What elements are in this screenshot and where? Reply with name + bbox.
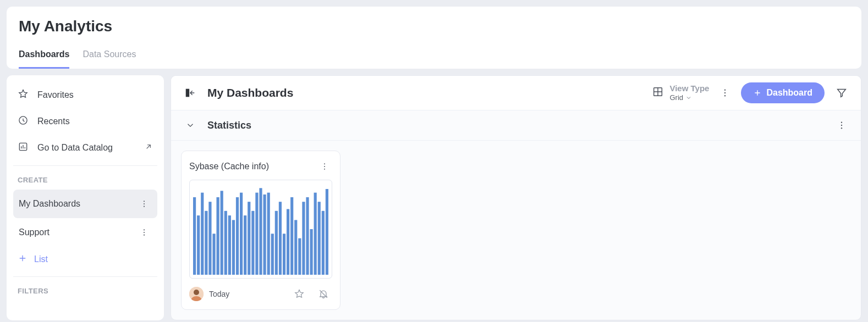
sidebar-item-my-dashboards[interactable]: My Dashboards xyxy=(13,190,157,218)
sidebar-item-support[interactable]: Support xyxy=(13,218,157,247)
more-vertical-icon xyxy=(320,162,329,171)
svg-rect-40 xyxy=(275,211,278,275)
page-title: My Analytics xyxy=(19,18,849,35)
svg-rect-33 xyxy=(248,202,250,275)
header-menu-button[interactable] xyxy=(717,85,733,101)
view-type-labels: View Type Grid xyxy=(669,84,709,102)
svg-rect-39 xyxy=(271,234,274,275)
top-header-card: My Analytics Dashboards Data Sources xyxy=(7,7,861,69)
svg-rect-41 xyxy=(279,202,282,275)
add-dashboard-button[interactable]: Dashboard xyxy=(741,82,825,103)
svg-rect-53 xyxy=(326,189,328,275)
sidebar-link-label: Recents xyxy=(37,116,70,126)
svg-rect-36 xyxy=(259,188,262,275)
svg-rect-19 xyxy=(193,197,196,275)
section-title: Statistics xyxy=(207,120,251,131)
svg-point-4 xyxy=(144,206,145,207)
svg-point-2 xyxy=(144,201,145,202)
svg-rect-32 xyxy=(244,215,246,275)
sidebar-separator xyxy=(13,276,157,277)
svg-point-7 xyxy=(144,235,145,236)
card-chart xyxy=(189,180,332,279)
svg-rect-29 xyxy=(232,220,235,275)
section-toggle[interactable] xyxy=(182,117,199,134)
tab-data-sources[interactable]: Data Sources xyxy=(83,49,136,69)
svg-rect-28 xyxy=(228,215,231,275)
svg-rect-27 xyxy=(224,211,227,275)
svg-point-5 xyxy=(144,229,145,230)
main-panel: My Dashboards View Type Grid xyxy=(171,75,861,320)
sidebar-item-label: Support xyxy=(19,227,50,237)
svg-rect-31 xyxy=(240,193,243,275)
star-icon xyxy=(294,288,305,299)
svg-rect-24 xyxy=(212,234,215,275)
svg-point-11 xyxy=(724,92,726,93)
svg-rect-46 xyxy=(298,238,301,275)
svg-rect-44 xyxy=(290,197,293,275)
svg-point-6 xyxy=(144,232,145,233)
clock-icon xyxy=(18,115,29,128)
avatar xyxy=(189,287,204,301)
svg-point-3 xyxy=(144,203,145,204)
sidebar: Favorites Recents Go to Data Catalog CRE… xyxy=(7,75,164,320)
sidebar-separator xyxy=(13,165,157,166)
card-notifications-button[interactable] xyxy=(315,285,332,303)
svg-rect-35 xyxy=(255,193,258,275)
chevron-down-icon xyxy=(685,95,692,101)
plus-icon xyxy=(18,253,28,265)
svg-point-12 xyxy=(724,95,726,96)
dashboard-card[interactable]: Sybase (Cache info) Today xyxy=(181,151,340,310)
svg-rect-20 xyxy=(197,215,200,275)
sidebar-link-data-catalog[interactable]: Go to Data Catalog xyxy=(13,135,157,161)
svg-rect-48 xyxy=(306,197,309,275)
svg-point-13 xyxy=(841,122,842,123)
sidebar-heading-filters: FILTERS xyxy=(13,284,157,301)
sidebar-link-favorites[interactable]: Favorites xyxy=(13,82,157,108)
svg-point-18 xyxy=(324,169,325,170)
svg-rect-52 xyxy=(322,211,325,275)
svg-rect-8 xyxy=(186,89,189,97)
sidebar-item-label: My Dashboards xyxy=(19,199,80,209)
sidebar-link-label: Favorites xyxy=(37,90,74,100)
view-type-selector[interactable]: View Type Grid xyxy=(652,84,709,102)
sidebar-link-recents[interactable]: Recents xyxy=(13,108,157,135)
svg-point-16 xyxy=(324,163,325,164)
sidebar-link-label: Go to Data Catalog xyxy=(37,143,113,153)
more-vertical-icon xyxy=(837,120,847,130)
more-vertical-icon xyxy=(140,199,149,208)
filter-button[interactable] xyxy=(832,84,851,102)
collapse-sidebar-button[interactable] xyxy=(181,84,200,102)
card-menu-button[interactable] xyxy=(317,159,332,174)
tab-dashboards[interactable]: Dashboards xyxy=(19,49,69,69)
external-arrow-icon xyxy=(144,142,153,153)
section-header: Statistics xyxy=(171,110,861,141)
star-icon xyxy=(18,88,29,102)
svg-rect-34 xyxy=(251,211,254,275)
card-favorite-button[interactable] xyxy=(290,285,308,303)
sidebar-heading-create: CREATE xyxy=(13,173,157,190)
view-type-value: Grid xyxy=(669,93,683,102)
section-menu-button[interactable] xyxy=(833,117,850,134)
card-timestamp: Today xyxy=(209,290,229,298)
svg-point-14 xyxy=(841,125,842,126)
chevron-down-icon xyxy=(185,120,195,130)
sidebar-item-menu-button[interactable] xyxy=(136,196,152,212)
svg-rect-45 xyxy=(294,220,297,275)
svg-rect-30 xyxy=(236,197,239,275)
svg-rect-22 xyxy=(205,211,207,275)
svg-rect-43 xyxy=(287,209,289,275)
sidebar-item-menu-button[interactable] xyxy=(136,225,152,240)
sidebar-add-list[interactable]: List xyxy=(13,247,157,272)
svg-rect-37 xyxy=(263,195,266,275)
main-title: My Dashboards xyxy=(207,86,293,99)
plus-icon xyxy=(753,88,762,97)
sidebar-add-label: List xyxy=(34,254,48,264)
svg-rect-26 xyxy=(221,191,223,275)
svg-rect-25 xyxy=(216,197,219,275)
svg-rect-23 xyxy=(208,202,211,275)
grid-icon xyxy=(652,86,664,100)
more-vertical-icon xyxy=(720,88,730,98)
svg-rect-42 xyxy=(283,234,285,275)
bell-off-icon xyxy=(318,288,329,299)
main-header: My Dashboards View Type Grid xyxy=(171,76,861,110)
